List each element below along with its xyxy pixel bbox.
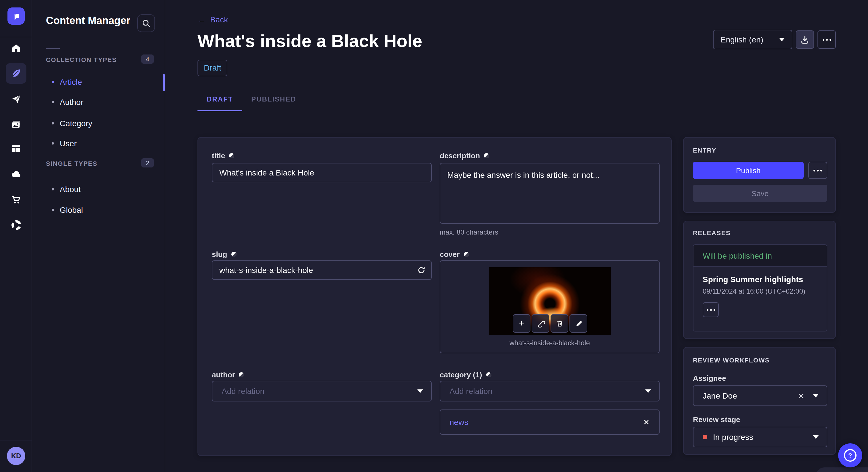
- globe-icon: [239, 372, 245, 378]
- cutoff-bottom-button[interactable]: [816, 467, 868, 472]
- sidebar-item-about[interactable]: About: [52, 184, 81, 194]
- rail-item-deploy[interactable]: [6, 164, 26, 185]
- rail-item-marketplace[interactable]: [6, 189, 26, 210]
- sidebar-divider: [46, 48, 60, 49]
- page-title: What's inside a Black Hole: [197, 31, 422, 52]
- status-badge: Draft: [197, 60, 228, 76]
- refresh-icon: [417, 266, 426, 275]
- active-item-indicator: [163, 74, 165, 91]
- title-field-label: title: [212, 151, 235, 160]
- cover-delete-button[interactable]: [551, 314, 568, 333]
- rail-item-settings[interactable]: [6, 214, 26, 235]
- publish-button[interactable]: Publish: [693, 162, 804, 179]
- home-icon: [10, 42, 22, 54]
- releases-panel-title: RELEASES: [693, 229, 731, 236]
- collection-types-count-badge: 4: [141, 55, 154, 64]
- locale-select[interactable]: English (en): [713, 30, 792, 49]
- download-button[interactable]: [796, 30, 814, 49]
- save-button[interactable]: Save: [693, 185, 827, 202]
- trash-icon: [555, 319, 563, 328]
- back-link[interactable]: ← Back: [197, 15, 228, 24]
- plus-icon: +: [519, 318, 524, 329]
- rail-item-releases[interactable]: [6, 89, 26, 109]
- app-root: KD Content Manager COLLECTION TYPES 4 Ar…: [0, 0, 868, 472]
- avatar[interactable]: KD: [7, 447, 25, 465]
- stage-value: In progress: [713, 432, 753, 442]
- sidebar-item-article[interactable]: Article: [52, 77, 82, 87]
- author-relation-select[interactable]: Add relation: [212, 381, 432, 401]
- sidebar-item-category[interactable]: Category: [52, 118, 92, 129]
- feather-icon: [10, 68, 22, 79]
- bullet-icon: [52, 209, 54, 211]
- entry-more-button[interactable]: [808, 162, 827, 179]
- cover-filename: what-s-inside-a-black-hole: [440, 339, 659, 347]
- release-more-button[interactable]: [703, 302, 719, 317]
- header-more-button[interactable]: [817, 30, 836, 49]
- cover-image-black-hole: +: [489, 267, 611, 335]
- sidebar-item-label: User: [60, 139, 76, 148]
- author-placeholder: Add relation: [222, 386, 265, 396]
- close-icon[interactable]: [643, 419, 650, 426]
- search-button[interactable]: [137, 14, 155, 32]
- bullet-icon: [52, 101, 54, 103]
- review-panel-title: REVIEW WORKFLOWS: [693, 357, 770, 364]
- chevron-down-icon: [813, 435, 818, 439]
- content-manager-sidebar: Content Manager COLLECTION TYPES 4 Artic…: [32, 0, 165, 472]
- rail-item-media-library[interactable]: [6, 114, 26, 135]
- back-arrow-icon: ←: [197, 15, 206, 24]
- entry-panel-title: ENTRY: [693, 147, 716, 154]
- review-stage-select[interactable]: In progress: [693, 427, 827, 447]
- section-single-types: SINGLE TYPES: [46, 160, 97, 167]
- sidebar-item-author[interactable]: Author: [52, 97, 84, 107]
- description-field-label: description: [440, 151, 490, 160]
- tab-published[interactable]: PUBLISHED: [242, 91, 305, 111]
- cover-edit-button[interactable]: [569, 314, 587, 333]
- review-workflows-panel: REVIEW WORKFLOWS Assignee Jane Doe Revie…: [683, 347, 836, 455]
- globe-icon: [463, 251, 469, 258]
- tab-draft[interactable]: DRAFT: [197, 91, 242, 111]
- description-textarea[interactable]: Maybe the answer is in this article, or …: [440, 163, 660, 224]
- cover-copy-link-button[interactable]: [532, 314, 549, 333]
- link-icon: [536, 319, 545, 328]
- media-library-icon: [10, 119, 22, 130]
- bullet-icon: [52, 188, 54, 191]
- strapi-logo[interactable]: [7, 7, 25, 25]
- version-tabs: DRAFT PUBLISHED: [197, 91, 305, 111]
- gear-icon: [11, 220, 21, 230]
- title-input[interactable]: [212, 163, 432, 182]
- category-tag-news[interactable]: news: [440, 409, 660, 435]
- clear-assignee-icon[interactable]: [797, 392, 805, 400]
- paper-plane-icon: [10, 94, 22, 105]
- release-card-body: Spring Summer highlights 09/11/2024 at 1…: [693, 267, 827, 325]
- back-label: Back: [210, 15, 228, 24]
- layout-icon: [10, 143, 22, 154]
- edit-form-card: title description Maybe the answer is in…: [197, 137, 672, 456]
- rail-item-content-manager[interactable]: [6, 63, 26, 84]
- single-types-count-badge: 2: [141, 158, 154, 167]
- more-icon: [706, 309, 715, 310]
- cover-field-label: cover: [440, 250, 469, 259]
- help-button[interactable]: ?: [838, 443, 862, 467]
- category-placeholder: Add relation: [450, 386, 492, 396]
- category-relation-select[interactable]: Add relation: [440, 381, 660, 401]
- rail-item-home[interactable]: [6, 38, 26, 59]
- globe-icon: [484, 153, 490, 159]
- chevron-down-icon: [779, 38, 785, 41]
- rail-item-content-type-builder[interactable]: [6, 138, 26, 159]
- assignee-value: Jane Doe: [703, 391, 737, 400]
- assignee-select[interactable]: Jane Doe: [693, 385, 827, 406]
- help-icon: ?: [844, 449, 857, 462]
- cover-add-button[interactable]: +: [513, 314, 530, 333]
- slug-input[interactable]: [212, 260, 432, 280]
- regenerate-slug-button[interactable]: [417, 266, 426, 277]
- chevron-down-icon: [813, 394, 818, 398]
- search-icon: [141, 19, 151, 28]
- author-field-label: author: [212, 370, 245, 379]
- cloud-icon: [10, 169, 22, 180]
- sidebar-item-user[interactable]: User: [52, 138, 76, 148]
- bullet-icon: [52, 122, 54, 125]
- sidebar-item-global[interactable]: Global: [52, 205, 83, 215]
- icon-rail: KD: [0, 0, 32, 472]
- locale-value: English (en): [720, 35, 763, 44]
- pencil-icon: [575, 319, 582, 328]
